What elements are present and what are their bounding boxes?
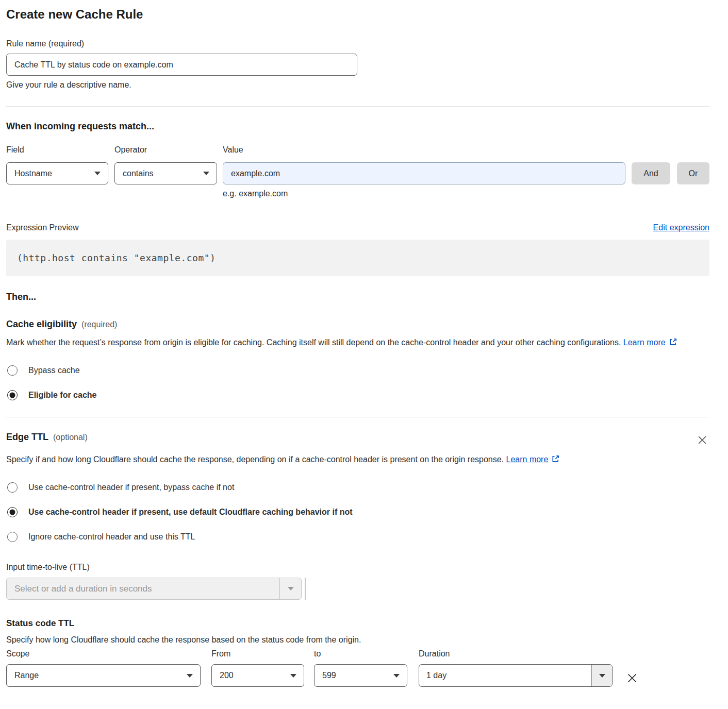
- to-group: to 599: [314, 649, 407, 687]
- duration-select[interactable]: 1 day: [419, 664, 613, 687]
- ttl-select-row: Select or add a duration in seconds: [6, 578, 709, 600]
- chevron-down-icon: [94, 172, 101, 175]
- operator-select[interactable]: contains: [114, 162, 217, 184]
- field-select[interactable]: Hostname: [6, 162, 108, 184]
- expression-header: Expression Preview Edit expression: [6, 223, 709, 232]
- value-group: Value e.g. example.com: [223, 145, 625, 198]
- operator-group: Operator contains: [114, 145, 217, 184]
- status-code-ttl-title: Status code TTL: [6, 618, 709, 629]
- expression-code: (http.host contains "example.com"): [17, 252, 216, 263]
- chevron-down-icon: [599, 674, 605, 678]
- remove-icon: [626, 678, 638, 686]
- expression-preview-label: Expression Preview: [6, 223, 79, 232]
- rule-name-section: Rule name (required) Give your rule a de…: [6, 39, 709, 90]
- section-divider: [6, 106, 709, 107]
- to-select[interactable]: 599: [314, 664, 407, 687]
- to-label: to: [314, 649, 407, 659]
- edge-ttl-close-button[interactable]: [695, 433, 709, 449]
- value-helper: e.g. example.com: [223, 189, 625, 198]
- duration-arrow-button[interactable]: [591, 665, 612, 686]
- bypass-cache-option[interactable]: Bypass cache: [6, 365, 709, 376]
- operator-select-value: contains: [123, 169, 154, 178]
- edge-ttl-header: Edge TTL (optional): [6, 432, 709, 449]
- rule-name-label: Rule name (required): [6, 39, 709, 48]
- edge-ttl-option-default[interactable]: Use cache-control header if present, use…: [6, 507, 709, 517]
- field-group: Field Hostname: [6, 145, 108, 184]
- scope-label: Scope: [6, 649, 201, 659]
- rule-name-input[interactable]: [6, 54, 357, 76]
- required-tag: (required): [81, 320, 117, 329]
- edge-ttl-description-text: Specify if and how long Cloudflare shoul…: [6, 455, 504, 464]
- chevron-down-icon: [290, 674, 296, 678]
- ttl-input-label: Input time-to-live (TTL): [6, 563, 709, 572]
- ttl-duration-arrow-button[interactable]: [279, 578, 301, 599]
- edge-ttl-option-ignore[interactable]: Ignore cache-control header and use this…: [6, 532, 709, 542]
- cache-eligibility-description: Mark whether the request’s response from…: [6, 335, 709, 351]
- expression-preview-box: (http.host contains "example.com"): [6, 240, 709, 276]
- field-label: Field: [6, 145, 108, 155]
- eligible-for-cache-option[interactable]: Eligible for cache: [6, 390, 709, 400]
- chevron-down-icon: [187, 674, 193, 678]
- status-code-ttl-row: Scope Range From 200 to 599 Duration 1 d…: [6, 649, 709, 688]
- edit-expression-link[interactable]: Edit expression: [653, 223, 709, 232]
- edge-ttl-radio-ignore[interactable]: [7, 532, 18, 542]
- match-condition-row: Field Hostname Operator contains Value e…: [6, 145, 709, 198]
- scope-select-value: Range: [14, 671, 39, 680]
- text-caret: [305, 578, 306, 600]
- duration-label: Duration: [419, 649, 613, 659]
- remove-status-ttl-row-button[interactable]: [624, 670, 640, 688]
- field-select-value: Hostname: [14, 169, 52, 178]
- edge-ttl-radio-bypass[interactable]: [7, 482, 18, 493]
- from-select[interactable]: 200: [211, 664, 304, 687]
- eligible-for-cache-radio[interactable]: [7, 390, 18, 400]
- status-code-ttl-description: Specify how long Cloudflare should cache…: [6, 635, 709, 645]
- bypass-cache-label: Bypass cache: [28, 366, 80, 375]
- rule-name-helper: Give your rule a descriptive name.: [6, 80, 709, 90]
- page-title: Create new Cache Rule: [6, 7, 709, 22]
- edge-ttl-title-row: Edge TTL (optional): [6, 432, 88, 443]
- external-link-icon: [551, 453, 560, 468]
- edge-ttl-radio-default[interactable]: [7, 507, 18, 517]
- value-label: Value: [223, 145, 625, 155]
- chevron-down-icon: [203, 172, 209, 175]
- edge-ttl-title: Edge TTL: [6, 432, 48, 443]
- ttl-duration-placeholder: Select or add a duration in seconds: [7, 578, 279, 599]
- from-group: From 200: [211, 649, 304, 687]
- edge-ttl-option-ignore-label: Ignore cache-control header and use this…: [28, 532, 195, 542]
- chevron-down-icon: [393, 674, 400, 678]
- create-cache-rule-form: Create new Cache Rule Rule name (require…: [0, 0, 728, 700]
- chevron-down-icon: [288, 587, 294, 590]
- cache-eligibility-title: Cache eligibility: [6, 319, 77, 330]
- scope-group: Scope Range: [6, 649, 201, 687]
- edge-ttl-option-bypass-label: Use cache-control header if present, byp…: [28, 483, 234, 492]
- operator-label: Operator: [114, 145, 217, 155]
- scope-select[interactable]: Range: [6, 664, 201, 687]
- duration-select-value: 1 day: [419, 665, 591, 686]
- from-select-value: 200: [220, 671, 234, 680]
- ttl-duration-select[interactable]: Select or add a duration in seconds: [6, 578, 302, 600]
- cache-eligibility-header: Cache eligibility (required): [6, 319, 709, 330]
- bypass-cache-radio[interactable]: [7, 365, 18, 376]
- or-button[interactable]: Or: [677, 162, 709, 184]
- cache-eligibility-learn-more-link[interactable]: Learn more: [623, 338, 666, 347]
- match-heading: When incoming requests match...: [6, 121, 709, 132]
- optional-tag: (optional): [53, 433, 88, 442]
- external-link-icon: [669, 336, 677, 351]
- then-heading: Then...: [6, 292, 709, 302]
- edge-ttl-option-default-label: Use cache-control header if present, use…: [28, 508, 353, 517]
- value-input[interactable]: [223, 162, 625, 184]
- edge-ttl-option-bypass[interactable]: Use cache-control header if present, byp…: [6, 482, 709, 493]
- eligible-for-cache-label: Eligible for cache: [28, 391, 96, 400]
- section-divider: [6, 417, 709, 417]
- to-select-value: 599: [322, 671, 336, 680]
- edge-ttl-description: Specify if and how long Cloudflare shoul…: [6, 452, 709, 468]
- cache-eligibility-description-text: Mark whether the request’s response from…: [6, 338, 621, 347]
- and-button[interactable]: And: [632, 162, 670, 184]
- close-icon: [697, 439, 707, 447]
- duration-group: Duration 1 day: [419, 649, 613, 687]
- edge-ttl-learn-more-link[interactable]: Learn more: [506, 455, 549, 464]
- from-label: From: [211, 649, 304, 659]
